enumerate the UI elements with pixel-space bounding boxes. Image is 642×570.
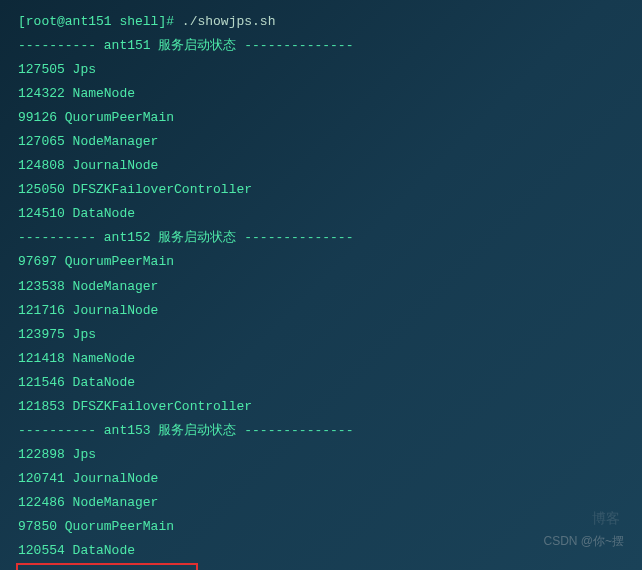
process-line: 121418 NameNode bbox=[18, 347, 624, 371]
process-line: 120554 DataNode bbox=[18, 539, 624, 563]
process-line: 99126 QuorumPeerMain bbox=[18, 106, 624, 130]
process-line: 121546 DataNode bbox=[18, 371, 624, 395]
process-line: 127065 NodeManager bbox=[18, 130, 624, 154]
process-line-highlighted: 122383 ResourceManager bbox=[16, 563, 198, 570]
process-line: 120741 JournalNode bbox=[18, 467, 624, 491]
process-line: 125050 DFSZKFailoverController bbox=[18, 178, 624, 202]
process-line: 123975 Jps bbox=[18, 323, 624, 347]
process-line: 124510 DataNode bbox=[18, 202, 624, 226]
process-line: 97850 QuorumPeerMain bbox=[18, 515, 624, 539]
process-line: 122486 NodeManager bbox=[18, 491, 624, 515]
process-line: 123538 NodeManager bbox=[18, 275, 624, 299]
process-line: 127505 Jps bbox=[18, 58, 624, 82]
prompt-command: ./showjps.sh bbox=[182, 14, 276, 29]
watermark-secondary: 博客 bbox=[592, 506, 620, 532]
section-header: ---------- ant152 服务启动状态 -------------- bbox=[18, 226, 624, 250]
process-line: 97697 QuorumPeerMain bbox=[18, 250, 624, 274]
prompt-user-host: [root@ant151 shell]# bbox=[18, 14, 174, 29]
process-line: 124808 JournalNode bbox=[18, 154, 624, 178]
section-header: ---------- ant153 服务启动状态 -------------- bbox=[18, 419, 624, 443]
command-prompt-line: [root@ant151 shell]# ./showjps.sh bbox=[18, 10, 624, 34]
section-header: ---------- ant151 服务启动状态 -------------- bbox=[18, 34, 624, 58]
process-line: 124322 NameNode bbox=[18, 82, 624, 106]
process-line: 121716 JournalNode bbox=[18, 299, 624, 323]
process-line: 122898 Jps bbox=[18, 443, 624, 467]
process-line: 121853 DFSZKFailoverController bbox=[18, 395, 624, 419]
watermark-csdn: CSDN @你~摆 bbox=[543, 530, 624, 552]
